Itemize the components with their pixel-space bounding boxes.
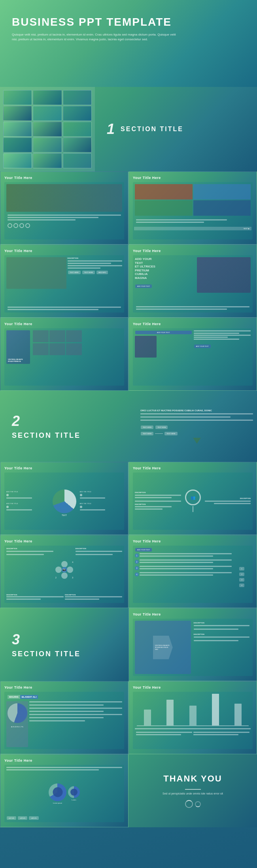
- tag-add: ADD INFO: [96, 271, 108, 274]
- slide-12-title: Your Title Here: [4, 685, 124, 689]
- slide-7-title: Your Title Here: [4, 466, 124, 470]
- slide-14-title: Your Title Here: [4, 759, 124, 763]
- slide-row-7: Your Title Here Lorem ipsum: [0, 754, 257, 827]
- slide-2-title: Your Title Here: [133, 176, 253, 180]
- slide-10-title: Your Title Here: [133, 539, 253, 543]
- slide-9-inner: DESCRIPTION: [4, 546, 124, 603]
- section-3-divider: 3 SECTION TITLE: [0, 608, 128, 681]
- thumb-10: [3, 137, 32, 153]
- slide-8-inner: DESCRIPTION DESCRIPTION 👥: [133, 473, 253, 530]
- section-2-title: SECTION TITLE: [12, 431, 125, 440]
- text-btn-1: TEXT HERE: [141, 426, 153, 429]
- add-text-tag: ADD YOUR TEXT: [135, 331, 192, 334]
- slide-2-inner: NEXT ▶: [133, 182, 253, 239]
- slide-card-9: Your Title Here DESCRIPTION: [0, 535, 128, 608]
- slide-row-1: Your Title Here Your Title H: [0, 171, 257, 245]
- name-blandit: BLANDIT ALI: [20, 695, 38, 699]
- tag-add-text: ADD YOUR TEXT: [135, 284, 152, 288]
- tag-text: TEXT HERE: [68, 271, 81, 274]
- thumb-11: [33, 137, 62, 153]
- name-mauris: MAURIS: [8, 695, 20, 699]
- section-2-divider: 2 SECTION TITLE ORCI LUCTUS ET NUCTRIS P…: [0, 391, 257, 462]
- slide-row-6: Your Title Here MAURIS BLANDIT ALI A 5% …: [0, 681, 257, 754]
- slide-row-2: Your Title Here DESCRIPTION TEXT HERE TE…: [0, 245, 257, 318]
- thumb-12: [63, 137, 92, 153]
- section-3-title: SECTION TITLE: [12, 650, 117, 658]
- slide-card-1: Your Title Here: [0, 171, 128, 245]
- slide-row-4: Your Title Here ADD THE TITLE ADD THE TI…: [0, 462, 257, 535]
- hero-subtitle: Quisque velit nisi, pretium ut lacinia i…: [12, 32, 178, 42]
- slide-4-inner: ADD YOURTEXTET ULTRICESPRETIUMCUBILIAMAG…: [133, 255, 253, 313]
- slide-card-14: Your Title Here Lorem ipsum: [0, 754, 128, 827]
- num-tag-1: 1: [239, 567, 244, 571]
- footer-tag-2: add info: [18, 816, 27, 820]
- thumb-9: [63, 122, 92, 137]
- slide-card-8: Your Title Here DESCRIPTION DESCRIPTION: [128, 462, 257, 535]
- slide-card-3: Your Title Here DESCRIPTION TEXT HERE TE…: [0, 245, 128, 318]
- slide-row-5: Your Title Here DESCRIPTION: [0, 535, 257, 608]
- slide-13-inner: [133, 692, 253, 749]
- slide-7-inner: ADD THE TITLE ADD THE TITLE TEXT ADD THE…: [4, 473, 124, 530]
- thumbnails-section: 1 SECTION TITLE: [0, 87, 257, 171]
- thumb-4: [3, 106, 32, 121]
- slide-11-title: Your Title Here: [133, 612, 253, 616]
- thumb-2: [33, 90, 62, 105]
- slide-10-inner: ADD YOUR TEXT 1 2: [133, 546, 253, 603]
- name-tag-12: MAURIS BLANDIT ALI: [8, 695, 121, 699]
- thumb-13: [3, 153, 32, 168]
- add-text-tag-10: ADD YOUR TEXT: [135, 548, 152, 552]
- thank-you-title: THANK YOU: [163, 774, 222, 784]
- slide-card-12: Your Title Here MAURIS BLANDIT ALI A 5% …: [0, 681, 128, 754]
- thank-you-subtitle: Sed ut perspiciatis unde omnis iste natu…: [163, 792, 223, 796]
- slide-5-title: Your Title Here: [4, 322, 124, 326]
- slide-11-inner: VESTIBULUM ANTEIPSUM MULTIBUSNISI DESCRI…: [133, 619, 253, 676]
- thank-you-section: THANK YOU Sed ut perspiciatis unde omnis…: [128, 754, 257, 827]
- hero-title: BUSINESS PPT TEMPLATE: [12, 16, 245, 28]
- slide-8-title: Your Title Here: [133, 466, 253, 470]
- slide-card-2: Your Title Here NEXT ▶: [128, 171, 257, 245]
- section-3-number: 3: [12, 631, 117, 648]
- slide-row-3: Your Title Here VESTIBULUM ANTEIPSUM PRI…: [0, 318, 257, 391]
- orci-text: ORCI LUCTUS ET NUCTRIS POSUERE CUBILIA C…: [140, 409, 253, 412]
- thumb-1: [3, 90, 32, 105]
- thumb-8: [33, 122, 62, 137]
- thumb-3: [63, 90, 92, 105]
- tag-text2: TEXT HERE: [82, 271, 95, 274]
- slide-6-title: Your Title Here: [133, 322, 253, 326]
- thumb-6: [63, 106, 92, 121]
- slide-card-10: Your Title Here ADD YOUR TEXT 1: [128, 535, 257, 608]
- thumb-5: [33, 106, 62, 121]
- num-tag-3: 3: [239, 578, 244, 582]
- num-tag-4: 4: [239, 584, 244, 587]
- text-btn-2: TEXT NOW: [155, 426, 168, 429]
- slide-card-5: Your Title Here VESTIBULUM ANTEIPSUM PRI…: [0, 318, 128, 391]
- hero-section: BUSINESS PPT TEMPLATE Quisque velit nisi…: [0, 0, 257, 87]
- text-btn-4: TEXT HERE: [164, 432, 177, 435]
- slide-card-11: Your Title Here VESTIBULUM ANTEIPSUM MUL…: [128, 608, 257, 681]
- add-your-text-tag: ADD YOUR TEXT: [194, 345, 211, 348]
- section-1-number: 1: [107, 121, 115, 137]
- section-2-number: 2: [12, 413, 125, 429]
- thumbnails-grid: [0, 87, 95, 171]
- thumb-14: [33, 153, 62, 168]
- slide-3-title: Your Title Here: [4, 249, 124, 253]
- slide-card-6: Your Title Here ADD YOUR TEXT: [128, 318, 257, 391]
- slide-6-inner: ADD YOUR TEXT ADD YOUR TEXT: [133, 328, 253, 386]
- slide-card-13: Your Title Here: [128, 681, 257, 754]
- thumb-15: [63, 153, 92, 168]
- slide-9-title: Your Title Here: [4, 539, 124, 543]
- page-wrapper: BUSINESS PPT TEMPLATE Quisque velit nisi…: [0, 0, 257, 868]
- section-1-header: 1 SECTION TITLE: [95, 87, 257, 171]
- slide-13-title: Your Title Here: [133, 685, 253, 689]
- footer-tag-1: add info: [7, 816, 16, 820]
- slide-12-inner: MAURIS BLANDIT ALI A 5% B 6% C 7%: [4, 692, 124, 749]
- section-1-title: SECTION TITLE: [121, 126, 183, 133]
- footer-tag-3: add info: [29, 816, 38, 820]
- slide-card-4: Your Title Here ADD YOURTEXTET ULTRICESP…: [128, 245, 257, 318]
- slide-14-inner: Lorem ipsum Lorem add info add info add …: [4, 765, 124, 822]
- section-3-row: 3 SECTION TITLE Your Title Here VESTIBUL…: [0, 608, 257, 681]
- thumb-7: [3, 122, 32, 137]
- slide-card-7: Your Title Here ADD THE TITLE ADD THE TI…: [0, 462, 128, 535]
- num-tag-2: 2: [239, 572, 244, 576]
- slide-5-inner: VESTIBULUM ANTEIPSUM PRIMIS IN: [4, 328, 124, 386]
